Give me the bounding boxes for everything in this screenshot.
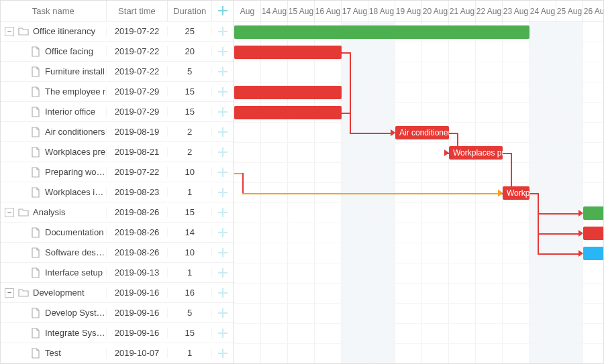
start-date-cell[interactable]: 2019-09-16 [107, 328, 168, 338]
grid-row[interactable]: Air conditioners2019-08-192 [1, 122, 234, 142]
task-name-cell[interactable]: Documentation [45, 227, 106, 237]
task-name-cell[interactable]: Development [33, 288, 106, 298]
task-name-cell[interactable]: Interface setup [45, 267, 106, 278]
expander-icon[interactable]: − [5, 27, 14, 36]
add-task-button[interactable] [212, 248, 234, 257]
grid-row[interactable]: Workplaces pre2019-08-212 [1, 142, 234, 162]
duration-cell[interactable]: 15 [168, 328, 212, 338]
start-date-cell[interactable]: 2019-07-22 [107, 26, 168, 36]
grid-row[interactable]: Integrate System2019-09-1615 [1, 323, 234, 343]
grid-row[interactable]: Documentation2019-08-2614 [1, 223, 234, 243]
duration-cell[interactable]: 2 [168, 127, 212, 137]
add-task-button[interactable] [212, 188, 234, 197]
start-date-cell[interactable]: 2019-08-23 [107, 187, 168, 197]
task-name-cell[interactable]: Test [45, 348, 106, 358]
grid-row[interactable]: −Analysis2019-08-2615 [1, 202, 234, 223]
duration-cell[interactable]: 25 [168, 26, 212, 36]
task-name-cell[interactable]: Software design [45, 247, 106, 257]
grid-row[interactable]: Interface setup2019-09-131 [1, 263, 234, 283]
gantt-bar[interactable] [234, 106, 342, 119]
gantt-bar[interactable] [234, 86, 342, 99]
duration-cell[interactable]: 15 [168, 207, 212, 217]
grid-row[interactable]: Develop System2019-09-165 [1, 303, 234, 323]
grid-row[interactable]: Test2019-10-071 [1, 343, 234, 363]
gantt-bar[interactable]: Workplaces pr [449, 146, 503, 160]
chart-panel[interactable]: Aug14 Aug15 Aug16 Aug17 Aug18 Aug19 Aug2… [234, 1, 603, 363]
grid-row[interactable]: Workplaces imp2019-08-231 [1, 182, 234, 202]
add-task-button[interactable] [212, 268, 234, 278]
grid-row[interactable]: Preparing workp2019-07-2210 [1, 162, 234, 182]
add-task-button[interactable] [212, 208, 234, 217]
add-task-button[interactable] [212, 147, 234, 157]
start-date-cell[interactable]: 2019-09-13 [107, 267, 168, 278]
start-date-cell[interactable]: 2019-09-16 [107, 288, 168, 298]
task-name-cell[interactable]: Office itinerancy [33, 26, 106, 36]
grid-row[interactable]: −Office itinerancy2019-07-2225 [1, 21, 234, 42]
task-name-cell[interactable]: Office facing [45, 46, 106, 56]
duration-cell[interactable]: 10 [168, 247, 212, 257]
grid-row[interactable]: −Development2019-09-1616 [1, 283, 234, 303]
start-date-cell[interactable]: 2019-08-26 [107, 247, 168, 257]
task-name-cell[interactable]: Develop System [45, 308, 106, 318]
duration-cell[interactable]: 1 [168, 267, 212, 278]
add-task-button[interactable] [212, 47, 234, 56]
task-name-cell[interactable]: Analysis [33, 207, 106, 217]
col-header-task[interactable]: Task name [1, 1, 107, 21]
start-date-cell[interactable]: 2019-07-29 [107, 107, 168, 117]
duration-cell[interactable]: 16 [168, 288, 212, 298]
grid-row[interactable]: Furniture install2019-07-225 [1, 62, 234, 82]
task-name-cell[interactable]: Preparing workp [45, 167, 106, 177]
duration-cell[interactable]: 5 [168, 308, 212, 318]
add-task-button[interactable] [212, 308, 234, 318]
add-task-button[interactable] [212, 27, 234, 36]
gantt-bar[interactable] [583, 247, 603, 260]
grid-row[interactable]: Office facing2019-07-2220 [1, 42, 234, 62]
col-header-start[interactable]: Start time [107, 1, 168, 21]
duration-cell[interactable]: 1 [168, 187, 212, 197]
start-date-cell[interactable]: 2019-08-26 [107, 207, 168, 217]
expander-icon[interactable]: − [5, 288, 14, 298]
task-name-cell[interactable]: Furniture install [45, 66, 106, 76]
start-date-cell[interactable]: 2019-09-16 [107, 308, 168, 318]
duration-cell[interactable]: 15 [168, 107, 212, 117]
add-task-button[interactable] [212, 127, 234, 137]
duration-cell[interactable]: 20 [168, 46, 212, 56]
duration-cell[interactable]: 2 [168, 147, 212, 157]
start-date-cell[interactable]: 2019-07-22 [107, 167, 168, 177]
gantt-bar[interactable]: Air conditioners [395, 126, 449, 139]
gantt-bar[interactable] [583, 206, 603, 220]
gantt-bar[interactable]: Workpl [503, 186, 530, 200]
chart-body[interactable]: Air conditionersWorkplaces prWorkpl [234, 22, 603, 363]
add-task-button[interactable] [212, 288, 234, 298]
add-task-button[interactable] [212, 168, 234, 177]
duration-cell[interactable]: 14 [168, 227, 212, 237]
add-task-button[interactable] [212, 349, 234, 358]
col-header-duration[interactable]: Duration [168, 1, 212, 21]
task-name-cell[interactable]: Workplaces pre [45, 147, 106, 157]
duration-cell[interactable]: 15 [168, 86, 212, 97]
start-date-cell[interactable]: 2019-07-22 [107, 46, 168, 56]
add-task-button[interactable] [212, 228, 234, 237]
start-date-cell[interactable]: 2019-07-29 [107, 86, 168, 97]
grid-row[interactable]: Interior office2019-07-2915 [1, 102, 234, 122]
gantt-bar[interactable] [234, 25, 530, 39]
grid-row[interactable]: Software design2019-08-2610 [1, 243, 234, 263]
gantt-bar[interactable] [583, 227, 603, 240]
start-date-cell[interactable]: 2019-08-26 [107, 227, 168, 237]
task-name-cell[interactable]: Integrate System [45, 328, 106, 338]
col-header-add[interactable] [212, 1, 234, 21]
add-task-button[interactable] [212, 67, 234, 76]
gantt-bar[interactable] [234, 46, 342, 59]
start-date-cell[interactable]: 2019-08-21 [107, 147, 168, 157]
duration-cell[interactable]: 1 [168, 348, 212, 358]
task-name-cell[interactable]: Interior office [45, 107, 106, 117]
expander-icon[interactable]: − [5, 208, 14, 217]
duration-cell[interactable]: 10 [168, 167, 212, 177]
add-task-button[interactable] [212, 328, 234, 338]
start-date-cell[interactable]: 2019-10-07 [107, 348, 168, 358]
task-name-cell[interactable]: Air conditioners [45, 127, 106, 137]
task-name-cell[interactable]: The employee r [45, 86, 106, 97]
grid-row[interactable]: The employee r2019-07-2915 [1, 82, 234, 102]
start-date-cell[interactable]: 2019-08-19 [107, 127, 168, 137]
duration-cell[interactable]: 5 [168, 66, 212, 76]
